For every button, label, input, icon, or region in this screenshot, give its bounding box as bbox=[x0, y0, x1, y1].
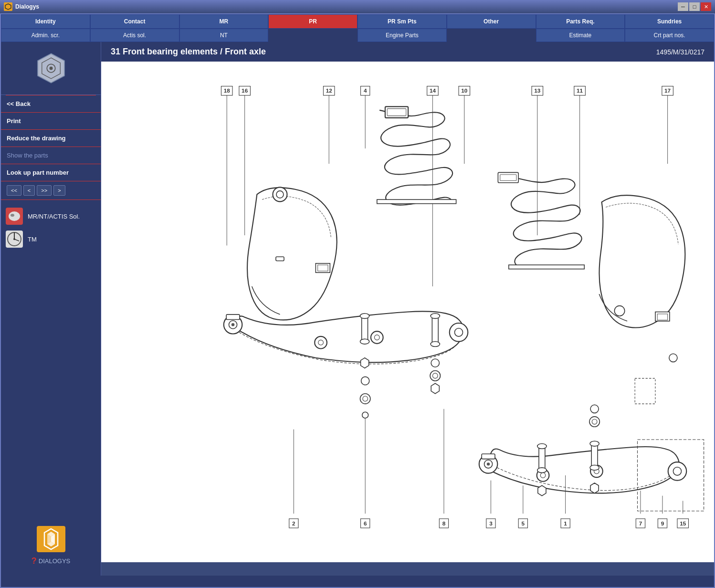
app-title: Dialogys bbox=[15, 3, 39, 10]
svg-text:11: 11 bbox=[577, 87, 583, 94]
svg-text:7: 7 bbox=[639, 520, 642, 526]
nav-controls: << < >> > bbox=[1, 181, 101, 200]
svg-rect-101 bbox=[498, 172, 518, 182]
svg-point-118 bbox=[537, 444, 547, 449]
lookup-part-button[interactable]: Look up part number bbox=[1, 164, 101, 181]
svg-text:13: 13 bbox=[534, 87, 541, 94]
svg-point-134 bbox=[589, 417, 599, 427]
top-nav-btn-sundries[interactable]: Sundries bbox=[625, 14, 714, 29]
svg-text:1: 1 bbox=[564, 520, 567, 526]
back-button[interactable]: << Back bbox=[1, 95, 101, 113]
top-nav-btn-contact[interactable]: Contact bbox=[90, 14, 179, 29]
svg-point-127 bbox=[360, 394, 370, 404]
bottom-nav-btn-crt-part-nos.[interactable]: Crt part nos. bbox=[625, 29, 714, 42]
window-controls: ─ □ ✕ bbox=[678, 2, 711, 11]
svg-text:2: 2 bbox=[292, 520, 295, 526]
bottom-nav-btn-actis-sol.[interactable]: Actis sol. bbox=[90, 29, 179, 42]
minimize-button[interactable]: ─ bbox=[678, 2, 688, 11]
top-nav-btn-other[interactable]: Other bbox=[447, 14, 536, 29]
svg-rect-94 bbox=[276, 257, 284, 261]
content-area: << Back Print Reduce the drawing Show th… bbox=[1, 42, 714, 576]
svg-rect-110 bbox=[482, 454, 495, 459]
page-reference: 1495/M/31/0217 bbox=[656, 48, 704, 56]
mr-nt-label: MR/NT/ACTIS Sol. bbox=[28, 213, 80, 220]
print-button[interactable]: Print bbox=[1, 113, 101, 130]
prev-button[interactable]: < bbox=[23, 185, 35, 196]
bottom-nav-btn-empty[interactable] bbox=[268, 29, 358, 42]
svg-text:10: 10 bbox=[461, 87, 468, 94]
maximize-button[interactable]: □ bbox=[689, 2, 700, 11]
main-window: IdentityContactMRPRPR Sm PtsOtherParts R… bbox=[0, 13, 715, 588]
app-icon bbox=[4, 2, 12, 11]
top-nav-btn-pr-sm-pts[interactable]: PR Sm Pts bbox=[358, 14, 447, 29]
svg-point-119 bbox=[537, 468, 547, 473]
svg-point-130 bbox=[431, 359, 439, 367]
bottom-nav-btn-nt[interactable]: NT bbox=[179, 29, 269, 42]
svg-text:4: 4 bbox=[364, 87, 367, 94]
svg-rect-100 bbox=[509, 265, 584, 269]
svg-point-7 bbox=[11, 214, 14, 217]
bottom-nav-btn-estimate[interactable]: Estimate bbox=[536, 29, 625, 42]
svg-text:5: 5 bbox=[522, 520, 525, 526]
svg-point-82 bbox=[371, 331, 383, 344]
svg-rect-97 bbox=[377, 200, 456, 204]
mr-nt-actis-link[interactable]: MR/NT/ACTIS Sol. bbox=[1, 205, 101, 228]
sidebar-logo-area bbox=[1, 42, 101, 95]
svg-marker-124 bbox=[590, 483, 599, 493]
svg-point-89 bbox=[431, 342, 440, 347]
svg-text:3: 3 bbox=[489, 520, 493, 526]
renault-logo bbox=[37, 526, 65, 552]
close-button[interactable]: ✕ bbox=[701, 2, 711, 11]
svg-point-106 bbox=[669, 354, 677, 362]
top-nav-btn-parts-req.[interactable]: Parts Req. bbox=[536, 14, 625, 29]
svg-point-86 bbox=[360, 339, 369, 344]
show-parts-button[interactable]: Show the parts bbox=[1, 147, 101, 164]
svg-point-88 bbox=[431, 314, 440, 319]
tm-label: TM bbox=[28, 236, 37, 243]
top-nav-btn-mr[interactable]: MR bbox=[179, 14, 269, 29]
svg-point-129 bbox=[362, 412, 368, 418]
brand-label: ? DIALOGYS bbox=[32, 556, 70, 566]
top-nav-btn-pr[interactable]: PR bbox=[268, 14, 358, 29]
svg-point-12 bbox=[13, 238, 15, 240]
last-button[interactable]: > bbox=[53, 185, 65, 196]
next-button[interactable]: >> bbox=[37, 185, 52, 196]
svg-point-122 bbox=[590, 465, 599, 471]
reduce-drawing-button[interactable]: Reduce the drawing bbox=[1, 130, 101, 147]
svg-text:6: 6 bbox=[364, 520, 367, 526]
tm-link[interactable]: TM bbox=[1, 228, 101, 251]
main-header: 31 Front bearing elements / Front axle 1… bbox=[101, 42, 714, 62]
svg-text:8: 8 bbox=[442, 520, 446, 526]
bottom-nav-btn-engine-parts[interactable]: Engine Parts bbox=[358, 29, 447, 42]
svg-text:9: 9 bbox=[661, 520, 664, 526]
top-nav-btn-identity[interactable]: Identity bbox=[1, 14, 90, 29]
svg-point-4 bbox=[49, 67, 53, 70]
svg-point-92 bbox=[273, 187, 287, 201]
svg-text:15: 15 bbox=[680, 520, 686, 526]
svg-rect-77 bbox=[226, 315, 240, 320]
status-bar bbox=[101, 562, 714, 576]
svg-point-109 bbox=[487, 462, 490, 465]
first-button[interactable]: << bbox=[7, 185, 21, 196]
svg-rect-136 bbox=[635, 378, 655, 404]
svg-point-121 bbox=[590, 441, 599, 446]
svg-point-111 bbox=[668, 462, 687, 481]
svg-text:18: 18 bbox=[224, 87, 231, 94]
svg-marker-91 bbox=[431, 383, 439, 393]
diagram-area[interactable]: 18 16 12 4 14 10 bbox=[101, 62, 714, 562]
svg-point-76 bbox=[231, 323, 234, 326]
sidebar-bottom: ? DIALOGYS bbox=[1, 521, 101, 571]
svg-point-126 bbox=[361, 377, 369, 385]
page-title: 31 Front bearing elements / Front axle bbox=[111, 47, 266, 57]
title-bar: Dialogys ─ □ ✕ bbox=[0, 0, 715, 13]
main-panel: 31 Front bearing elements / Front axle 1… bbox=[101, 42, 714, 576]
hex-icon bbox=[34, 52, 68, 85]
svg-text:14: 14 bbox=[430, 87, 436, 94]
bottom-nav-btn-empty[interactable] bbox=[447, 29, 536, 42]
bottom-nav-btn-admin.-scr.[interactable]: Admin. scr. bbox=[1, 29, 90, 42]
svg-point-78 bbox=[450, 323, 468, 342]
svg-point-133 bbox=[590, 405, 599, 413]
svg-point-131 bbox=[430, 371, 440, 381]
svg-point-6 bbox=[9, 211, 20, 221]
sidebar: << Back Print Reduce the drawing Show th… bbox=[1, 42, 101, 576]
